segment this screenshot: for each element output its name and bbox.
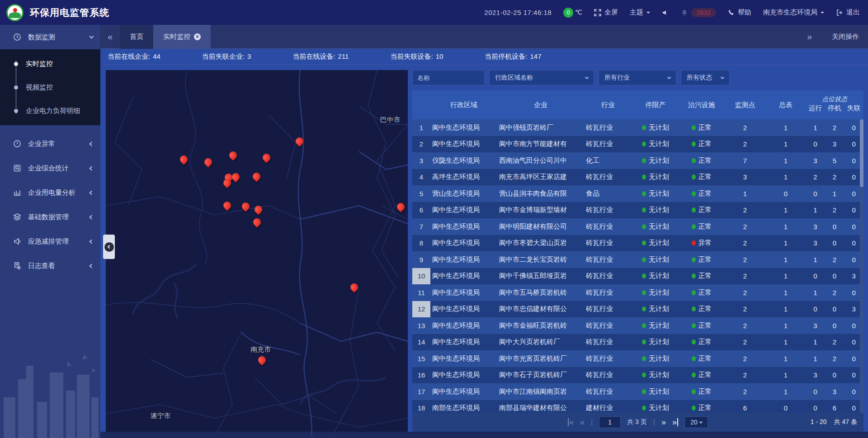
sidebar-item-emergency-reduction[interactable]: 应急减排管理: [0, 229, 100, 254]
tabs-scroll-right-icon[interactable]: »: [800, 32, 819, 42]
cell-region: 营山生态环境局: [430, 189, 497, 198]
cell-plan: 无计划: [632, 321, 679, 330]
sidebar-item-enterprise-statistics[interactable]: 企业综合统计: [0, 156, 100, 180]
name-filter-input[interactable]: [412, 70, 485, 85]
table-row[interactable]: 11 阆中生态环境局 阆中市五马桥页岩机砖 砖瓦行业 无计划: [412, 284, 863, 301]
cell-region: 阆中生态环境局: [430, 140, 497, 148]
table-row[interactable]: 2 阆中生态环境局 阆中市南方节能建材有 砖瓦行业 无计划: [412, 136, 863, 153]
cell-company: 阆中市金福旺页岩机砖: [497, 321, 584, 330]
row-number: 10: [412, 268, 430, 285]
table-row[interactable]: 16 阆中生态环境局 阆中市石子页岩机砖厂 砖瓦行业 无计划: [412, 367, 863, 384]
table-row[interactable]: 15 阆中生态环境局 阆中市光富页岩机砖厂 砖瓦行业 无计划: [412, 350, 863, 367]
sidebar-item-log-view[interactable]: 日志查看: [0, 254, 100, 278]
sidebar-item-video-monitoring[interactable]: 视频监控: [0, 75, 100, 99]
table-row[interactable]: 18 南部生态环境局 南部县瑞华建材有限公 建材行业 无计划: [412, 400, 863, 413]
sidebar-item-power-analysis[interactable]: 企业用电量分析: [0, 180, 100, 205]
cell-company: 阆中市金博瑞新型墙材: [497, 206, 584, 214]
table-row[interactable]: 7 阆中生态环境局 阆中明阳建材有限公司 砖瓦行业 无计划: [412, 218, 863, 235]
notification-button[interactable]: 2632: [681, 8, 716, 17]
table-row[interactable]: 14 阆中生态环境局 阆中大兴页岩机砖厂 砖瓦行业 无计划: [412, 334, 863, 351]
status-dot: [642, 141, 646, 146]
cell-industry: 化工: [584, 156, 632, 165]
plan-text: 无计划: [649, 371, 669, 379]
cell-company: 阆中市忠信建材有限公: [497, 305, 584, 313]
cell-monitor: 7: [724, 157, 766, 165]
cell-monitor: 2: [724, 338, 766, 346]
sidebar-item-basic-data[interactable]: 基础数据管理: [0, 205, 100, 229]
cell-region: 仪陇生态环境局: [430, 156, 497, 165]
fullscreen-button[interactable]: 全屏: [594, 8, 618, 17]
table-row[interactable]: 10 阆中生态环境局 阆中千佛镇五郎垭页岩 砖瓦行业 无计划: [412, 268, 863, 285]
col-run: 运行: [806, 104, 825, 113]
cell-company: 阆中市光富页岩机砖厂: [497, 354, 584, 363]
table-scrollbar[interactable]: [860, 119, 863, 413]
mute-button[interactable]: [662, 9, 669, 16]
status-filter-select[interactable]: 所有状态: [681, 70, 730, 85]
sidebar-item-power-load-detail[interactable]: 企业电力负荷明细: [0, 99, 100, 122]
region-filter-select[interactable]: 行政区域名称: [489, 70, 594, 85]
prev-page-icon[interactable]: «: [580, 418, 585, 426]
cell-total: 1: [766, 223, 806, 231]
table-row[interactable]: 13 阆中生态环境局 阆中市金福旺页岩机砖 砖瓦行业 无计划: [412, 317, 863, 334]
layers-icon: [13, 213, 21, 221]
cell-monitor: 2: [724, 388, 766, 396]
stat-item: 当前停机设备: 147: [485, 52, 541, 61]
industry-filter-select[interactable]: 所有行业: [599, 70, 676, 85]
sidebar-item-data-monitoring[interactable]: 数据监测: [0, 25, 100, 49]
tab-home[interactable]: 首页: [120, 25, 153, 49]
cell-run: 3: [806, 239, 825, 247]
tab-realtime-monitoring[interactable]: 实时监控 ×: [153, 25, 211, 49]
sidebar-item-label: 企业综合统计: [28, 164, 90, 173]
sidebar-item-realtime-monitoring[interactable]: 实时监控: [0, 52, 100, 75]
cell-total: 0: [766, 190, 806, 198]
status-dot: [692, 273, 696, 278]
tab-close-icon[interactable]: ×: [194, 33, 201, 40]
table-row[interactable]: 1 阆中生态环境局 阆中强锐页岩砖厂 砖瓦行业 无计划: [412, 119, 863, 136]
panel-collapse-handle[interactable]: [103, 235, 115, 259]
map-panel[interactable]: 巴中市 南充市 遂宁市: [106, 70, 408, 432]
last-page-icon[interactable]: »: [672, 418, 678, 426]
cell-total: 1: [766, 173, 806, 181]
tabs-scroll-left-icon[interactable]: «: [100, 32, 120, 42]
cell-monitor: 2: [724, 305, 766, 313]
fullscreen-icon: [594, 9, 601, 16]
next-page-icon[interactable]: »: [661, 418, 666, 426]
sidebar-item-enterprise-abnormal[interactable]: 企业异常: [0, 132, 100, 156]
table-row[interactable]: 3 仪陇生态环境局 西南油气田分公司川中 化工 无计划: [412, 152, 863, 169]
col-company: 企业: [497, 101, 584, 109]
scrollbar-thumb[interactable]: [860, 119, 863, 187]
first-page-icon[interactable]: «: [568, 418, 574, 426]
table-row[interactable]: 12 阆中生态环境局 阆中市忠信建材有限公 砖瓦行业 无计划: [412, 301, 863, 318]
user-menu[interactable]: 南充市生态环境局: [763, 8, 824, 17]
cell-total: 1: [766, 322, 806, 330]
table-row[interactable]: 5 营山生态环境局 营山县润丰肉食品有限 食品 无计划: [412, 185, 863, 202]
cell-stop: 2: [825, 173, 844, 181]
sidebar-item-label: 应急减排管理: [28, 237, 90, 246]
page-number-input[interactable]: [599, 416, 621, 428]
cell-monitor: 2: [724, 371, 766, 379]
search-stats-icon: [13, 164, 21, 172]
col-monitor: 监测点: [724, 101, 766, 109]
app-title: 环保用电监管系统: [30, 6, 109, 19]
cell-facility: 正常: [679, 354, 724, 363]
status-dot: [692, 339, 696, 344]
logout-button[interactable]: 退出: [836, 8, 860, 17]
table-row[interactable]: 6 阆中生态环境局 阆中市金博瑞新型墙材 砖瓦行业 无计划: [412, 202, 863, 219]
table-row[interactable]: 8 阆中生态环境局 阆中市枣碧大梁山页岩 砖瓦行业 无计划: [412, 235, 863, 252]
cell-plan: 无计划: [632, 173, 679, 181]
table-row[interactable]: 17 阆中生态环境局 阆中市江南镇阆南页岩 砖瓦行业 无计划: [412, 383, 863, 400]
table-row[interactable]: 4 高坪生态环境局 南充市高坪区王家店建 砖瓦行业 无计划: [412, 169, 863, 186]
table-row[interactable]: 9 阆中生态环境局 阆中市二龙长宝页岩砖 砖瓦行业 无计划: [412, 251, 863, 268]
help-button[interactable]: 帮助: [728, 8, 751, 17]
col-group-point-status: 点位状态: [806, 91, 863, 104]
theme-dropdown[interactable]: 主题: [630, 8, 650, 17]
top-header: 环保用电监管系统 2021-02-25 17:46:18 0 ℃ 全屏 主题 2…: [0, 0, 868, 25]
sidebar-item-label: 企业异常: [28, 140, 90, 148]
cell-company: 阆中市江南镇阆南页岩: [497, 387, 584, 396]
cell-region: 阆中生态环境局: [430, 123, 497, 132]
close-operations-button[interactable]: 关闭操作: [832, 33, 859, 41]
main-content: « 首页 实时监控 × » 关闭操作 当前在线企业:: [100, 25, 868, 438]
city-label: 遂宁市: [150, 411, 170, 420]
submenu-label: 视频监控: [26, 83, 53, 92]
page-size-select[interactable]: 20: [684, 416, 708, 428]
